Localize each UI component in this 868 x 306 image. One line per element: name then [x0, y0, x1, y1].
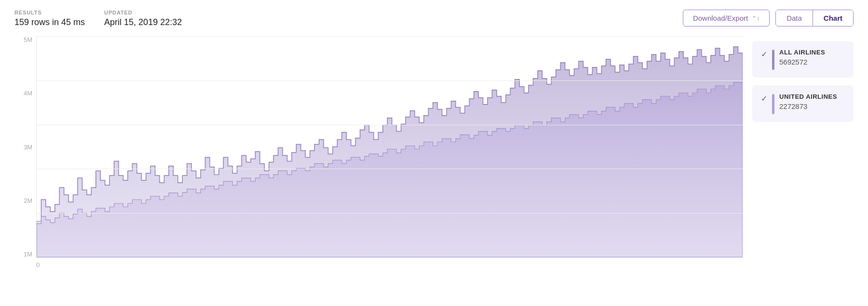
updated-label: UPDATED [104, 10, 182, 15]
grid-line-4m [37, 80, 743, 81]
legend-item-all-airlines[interactable]: ✓ ALL AIRLINES 5692572 [752, 41, 854, 78]
legend-color-bar-united-airlines [772, 94, 774, 114]
legend-text-all-airlines: ALL AIRLINES 5692572 [779, 49, 825, 66]
check-icon-all-airlines: ✓ [761, 50, 767, 59]
x-zero-label: 0 [36, 261, 40, 268]
y-label-3m: 3M [14, 144, 36, 151]
y-label-5m: 5M [14, 36, 36, 43]
results-value: 159 rows in 45 ms [14, 17, 85, 27]
all-airlines-name: ALL AIRLINES [779, 49, 825, 56]
y-axis: 5M 4M 3M 2M 1M [14, 36, 36, 258]
chevron-icon: ⌃↕ [752, 15, 760, 22]
legend-color-bar-all-airlines [772, 50, 774, 70]
view-toggle-group: Data Chart [775, 10, 854, 27]
grid-line-2m [37, 169, 743, 169]
legend-panel: ✓ ALL AIRLINES 5692572 ✓ UNITED AIRLINES… [752, 36, 854, 122]
legend-item-united-airlines[interactable]: ✓ UNITED AIRLINES 2272873 [752, 85, 854, 122]
united-airlines-area [37, 82, 743, 257]
results-label: RESULTS [14, 10, 85, 15]
y-label-2m: 2M [14, 197, 36, 204]
data-view-button[interactable]: Data [776, 10, 813, 26]
download-label: Download/Export [693, 14, 748, 22]
updated-value: April 15, 2019 22:32 [104, 17, 182, 27]
chart-plot [36, 36, 743, 258]
grid-line-1m [37, 213, 743, 213]
download-export-button[interactable]: Download/Export ⌃↕ [683, 10, 770, 27]
header-actions: Download/Export ⌃↕ Data Chart [683, 10, 854, 27]
header-stats: RESULTS 159 rows in 45 ms UPDATED April … [14, 10, 182, 27]
updated-block: UPDATED April 15, 2019 22:32 [104, 10, 182, 27]
all-airlines-value: 5692572 [779, 58, 825, 66]
united-airlines-name: UNITED AIRLINES [779, 93, 837, 100]
legend-text-united-airlines: UNITED AIRLINES 2272873 [779, 93, 837, 110]
results-block: RESULTS 159 rows in 45 ms [14, 10, 85, 27]
page-header: RESULTS 159 rows in 45 ms UPDATED April … [14, 10, 854, 27]
united-airlines-value: 2272873 [779, 102, 837, 110]
main-content: 5M 4M 3M 2M 1M [14, 36, 854, 272]
y-label-1m: 1M [14, 251, 36, 258]
check-icon-united-airlines: ✓ [761, 94, 767, 103]
grid-line-5m [37, 36, 743, 37]
chart-view-button[interactable]: Chart [813, 10, 853, 26]
y-label-4m: 4M [14, 90, 36, 97]
chart-svg [37, 36, 743, 257]
grid-line-3m [37, 125, 743, 125]
chart-wrapper: 5M 4M 3M 2M 1M [14, 36, 743, 272]
